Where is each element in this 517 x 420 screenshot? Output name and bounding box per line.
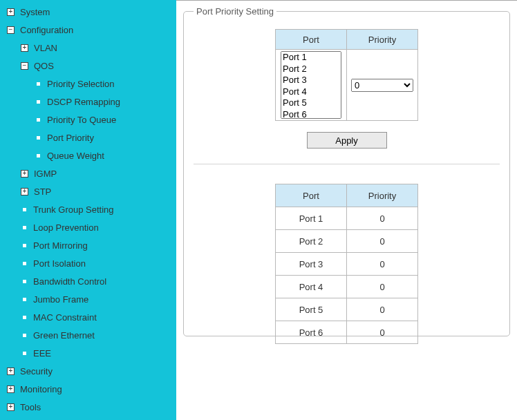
header-port: Port xyxy=(276,30,347,50)
sidebar-item-label: Loop Prevention xyxy=(33,222,176,233)
table-row: Port 20 xyxy=(276,230,418,253)
bullet-icon xyxy=(23,262,26,265)
bullet-icon xyxy=(37,154,40,158)
expand-icon[interactable]: + xyxy=(7,368,15,375)
sidebar-item-port-priority[interactable]: Port Priority xyxy=(0,128,176,146)
apply-button[interactable]: Apply xyxy=(307,132,387,149)
status-cell-priority: 0 xyxy=(347,230,418,253)
sidebar-item-label: QOS xyxy=(34,61,176,71)
status-cell-priority: 0 xyxy=(347,298,418,321)
status-table: Port Priority Port 10Port 20Port 30Port … xyxy=(275,184,418,344)
port-option[interactable]: Port 6 xyxy=(281,109,341,119)
main-content: Port Priority Setting Port Priority Port… xyxy=(176,0,517,420)
sidebar-item-green-ethernet[interactable]: Green Ethernet xyxy=(0,326,176,344)
expand-icon[interactable]: + xyxy=(7,8,15,16)
sidebar-item-tools[interactable]: + Tools xyxy=(0,398,176,416)
status-cell-port: Port 2 xyxy=(276,230,347,253)
bullet-icon xyxy=(23,244,26,247)
expand-icon[interactable]: + xyxy=(7,385,15,393)
status-cell-priority: 0 xyxy=(347,253,418,276)
sidebar-item-vlan[interactable]: + VLAN xyxy=(0,39,176,57)
setting-table: Port Priority Port 1Port 2Port 3Port 4Po… xyxy=(275,29,418,121)
bullet-icon xyxy=(23,334,26,337)
table-row: Port 50 xyxy=(276,298,418,321)
sidebar-item-label: Port Priority xyxy=(47,133,176,143)
sidebar-item-port-mirroring[interactable]: Port Mirroring xyxy=(0,236,176,254)
sidebar-item-eee[interactable]: EEE xyxy=(0,344,176,362)
sidebar-item-label: Port Mirroring xyxy=(33,240,176,251)
sidebar-item-label: Security xyxy=(20,366,176,376)
expand-icon[interactable]: + xyxy=(7,403,15,411)
port-priority-panel: Port Priority Setting Port Priority Port… xyxy=(183,6,510,336)
status-header-priority: Priority xyxy=(347,184,418,207)
sidebar-item-priority-to-queue[interactable]: Priority To Queue xyxy=(0,111,176,128)
sidebar-item-label: MAC Constraint xyxy=(33,312,176,323)
sidebar-item-label: Green Ethernet xyxy=(33,330,176,341)
port-multiselect[interactable]: Port 1Port 2Port 3Port 4Port 5Port 6 xyxy=(281,51,341,119)
priority-select[interactable]: 01234567 xyxy=(351,79,413,92)
sidebar-item-label: Priority Selection xyxy=(47,79,176,89)
sidebar-item-bandwidth-control[interactable]: Bandwidth Control xyxy=(0,272,176,290)
status-cell-port: Port 5 xyxy=(276,298,347,321)
sidebar-item-label: IGMP xyxy=(34,169,176,179)
table-row: Port 40 xyxy=(276,276,418,298)
bullet-icon xyxy=(37,118,40,122)
port-option[interactable]: Port 3 xyxy=(281,75,341,86)
status-cell-priority: 0 xyxy=(347,207,418,230)
sidebar-item-label: Monitoring xyxy=(20,384,176,394)
sidebar-item-label: EEE xyxy=(33,348,176,359)
expand-icon[interactable]: + xyxy=(21,188,28,195)
sidebar: + System − Configuration + VLAN − QOS Pr… xyxy=(0,0,176,420)
sidebar-item-mac-constraint[interactable]: MAC Constraint xyxy=(0,308,176,326)
sidebar-item-queue-weight[interactable]: Queue Weight xyxy=(0,146,176,164)
sidebar-item-jumbo-frame[interactable]: Jumbo Frame xyxy=(0,290,176,308)
sidebar-item-label: STP xyxy=(34,187,176,197)
bullet-icon xyxy=(23,298,26,301)
sidebar-item-dscp-remapping[interactable]: DSCP Remapping xyxy=(0,93,176,111)
collapse-icon[interactable]: − xyxy=(7,26,15,34)
sidebar-item-loop-prevention[interactable]: Loop Prevention xyxy=(0,218,176,236)
panel-legend: Port Priority Setting xyxy=(194,6,276,17)
app-root: + System − Configuration + VLAN − QOS Pr… xyxy=(0,0,517,420)
sidebar-item-trunk-group-setting[interactable]: Trunk Group Setting xyxy=(0,200,176,218)
table-row: Port 60 xyxy=(276,321,418,344)
sidebar-item-label: Trunk Group Setting xyxy=(33,204,176,215)
status-cell-port: Port 3 xyxy=(276,253,347,276)
status-cell-port: Port 1 xyxy=(276,207,347,230)
sidebar-item-monitoring[interactable]: + Monitoring xyxy=(0,380,176,398)
bullet-icon xyxy=(23,316,26,319)
status-cell-priority: 0 xyxy=(347,321,418,344)
sidebar-item-configuration[interactable]: − Configuration xyxy=(0,21,176,39)
bullet-icon xyxy=(37,100,40,104)
sidebar-item-label: VLAN xyxy=(34,43,176,53)
collapse-icon[interactable]: − xyxy=(21,62,28,70)
sidebar-item-system[interactable]: + System xyxy=(0,3,176,21)
status-cell-port: Port 4 xyxy=(276,276,347,298)
sidebar-item-label: Configuration xyxy=(20,25,176,35)
port-option[interactable]: Port 4 xyxy=(281,86,341,98)
sidebar-item-port-isolation[interactable]: Port Isolation xyxy=(0,254,176,272)
sidebar-item-qos[interactable]: − QOS xyxy=(0,57,176,75)
sidebar-item-label: System xyxy=(20,7,176,17)
port-option[interactable]: Port 1 xyxy=(281,52,341,64)
sidebar-item-priority-selection[interactable]: Priority Selection xyxy=(0,75,176,93)
sidebar-item-label: Jumbo Frame xyxy=(33,294,176,305)
sidebar-item-label: Bandwidth Control xyxy=(33,276,176,287)
status-cell-priority: 0 xyxy=(347,276,418,298)
port-option[interactable]: Port 2 xyxy=(281,64,341,75)
sidebar-item-label: Priority To Queue xyxy=(47,115,176,125)
sidebar-item-igmp[interactable]: + IGMP xyxy=(0,164,176,182)
status-cell-port: Port 6 xyxy=(276,321,347,344)
port-option[interactable]: Port 5 xyxy=(281,97,341,109)
table-row: Port 30 xyxy=(276,253,418,276)
table-row: Port 10 xyxy=(276,207,418,230)
expand-icon[interactable]: + xyxy=(21,170,28,178)
bullet-icon xyxy=(37,82,40,86)
bullet-icon xyxy=(23,352,26,355)
bullet-icon xyxy=(37,136,40,140)
sidebar-item-security[interactable]: + Security xyxy=(0,362,176,380)
divider xyxy=(194,164,500,164)
sidebar-item-label: Port Isolation xyxy=(33,258,176,269)
expand-icon[interactable]: + xyxy=(21,44,28,52)
sidebar-item-stp[interactable]: + STP xyxy=(0,182,176,200)
